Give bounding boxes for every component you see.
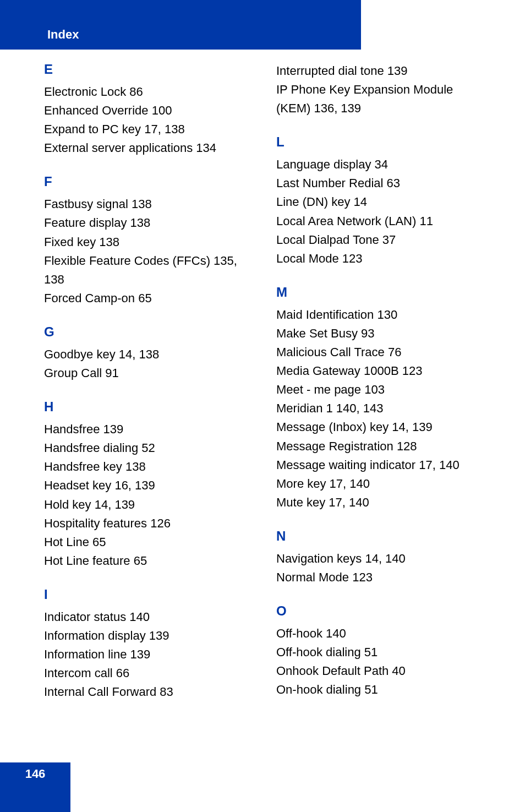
section-letter: O [276,603,486,619]
index-entry: Maid Identification 130 [276,306,486,324]
index-entry: Handsfree 139 [44,420,254,439]
top-band [0,0,361,20]
index-entry: Group Call 91 [44,364,254,383]
index-entry: Hot Line 65 [44,533,254,552]
index-section-continuation: Interrupted dial tone 139IP Phone Key Ex… [276,62,486,118]
index-entry: Enhanced Override 100 [44,101,254,120]
index-entry: Indicator status 140 [44,608,254,626]
index-entry: Meridian 1 140, 143 [276,399,486,418]
index-section: NNavigation keys 14, 140Normal Mode 123 [276,528,486,587]
index-entry: Line (DN) key 14 [276,193,486,211]
index-entry: Goodbye key 14, 138 [44,345,254,364]
index-entry: Headset key 16, 139 [44,476,254,495]
section-letter: N [276,528,486,544]
index-entry: Navigation keys 14, 140 [276,549,486,568]
index-entry: Electronic Lock 86 [44,83,254,101]
column-left: EElectronic Lock 86Enhanced Override 100… [44,62,254,718]
index-entry: Last Number Redial 63 [276,174,486,193]
index-section: MMaid Identification 130Make Set Busy 93… [276,285,486,512]
index-entry: Media Gateway 1000B 123 [276,362,486,380]
index-entry: Handsfree key 138 [44,457,254,476]
index-entry: Fixed key 138 [44,233,254,252]
section-letter: L [276,134,486,150]
section-letter: E [44,62,254,77]
section-letter: G [44,324,254,340]
index-entry: Handsfree dialing 52 [44,439,254,457]
index-section: IIndicator status 140Information display… [44,587,254,701]
index-tab: Index [0,20,361,50]
index-entry: Make Set Busy 93 [276,324,486,343]
index-entry: Off-hook dialing 51 [276,643,486,662]
page: Index EElectronic Lock 86Enhanced Overri… [0,0,525,812]
index-entry: IP Phone Key Expansion Module (KEM) 136,… [276,80,486,118]
index-entry: Meet - me page 103 [276,380,486,399]
index-entry: Hold key 14, 139 [44,495,254,514]
index-section: EElectronic Lock 86Enhanced Override 100… [44,62,254,157]
index-section: HHandsfree 139Handsfree dialing 52Handsf… [44,399,254,570]
index-entry: Mute key 17, 140 [276,493,486,512]
bottom-band [0,784,70,812]
index-entry: Internal Call Forward 83 [44,683,254,701]
section-letter: I [44,587,254,602]
index-section: OOff-hook 140Off-hook dialing 51Onhook D… [276,603,486,699]
index-entry: Malicious Call Trace 76 [276,343,486,362]
index-columns: EElectronic Lock 86Enhanced Override 100… [44,62,486,718]
section-letter: F [44,174,254,189]
index-section: GGoodbye key 14, 138Group Call 91 [44,324,254,383]
index-entry: Information line 139 [44,645,254,664]
index-entry: Local Mode 123 [276,249,486,268]
index-entry: Language display 34 [276,155,486,174]
index-entry: Onhook Default Path 40 [276,662,486,680]
index-entry: Intercom call 66 [44,664,254,683]
index-section: FFastbusy signal 138Feature display 138F… [44,174,254,308]
page-number: 146 [0,762,70,784]
index-entry: Message (Inbox) key 14, 139 [276,418,486,437]
index-entry: Flexible Feature Codes (FFCs) 135, 138 [44,252,254,289]
index-entry: Interrupted dial tone 139 [276,62,486,80]
index-entry: Normal Mode 123 [276,568,486,587]
index-entry: Feature display 138 [44,214,254,232]
index-entry: Local Dialpad Tone 37 [276,231,486,249]
section-letter: M [276,285,486,300]
index-entry: Fastbusy signal 138 [44,195,254,214]
index-entry: Hot Line feature 65 [44,552,254,570]
index-entry: Information display 139 [44,626,254,645]
index-entry: Hospitality features 126 [44,514,254,533]
index-section: LLanguage display 34Last Number Redial 6… [276,134,486,268]
index-entry: Forced Camp-on 65 [44,289,254,308]
index-entry: Expand to PC key 17, 138 [44,120,254,139]
index-entry: More key 17, 140 [276,475,486,493]
index-entry: On-hook dialing 51 [276,680,486,699]
index-entry: Off-hook 140 [276,624,486,643]
index-entry: Message Registration 128 [276,437,486,456]
column-right: Interrupted dial tone 139IP Phone Key Ex… [276,62,486,718]
index-entry: External server applications 134 [44,139,254,157]
section-letter: H [44,399,254,415]
index-entry: Local Area Network (LAN) 11 [276,212,486,231]
index-entry: Message waiting indicator 17, 140 [276,456,486,475]
